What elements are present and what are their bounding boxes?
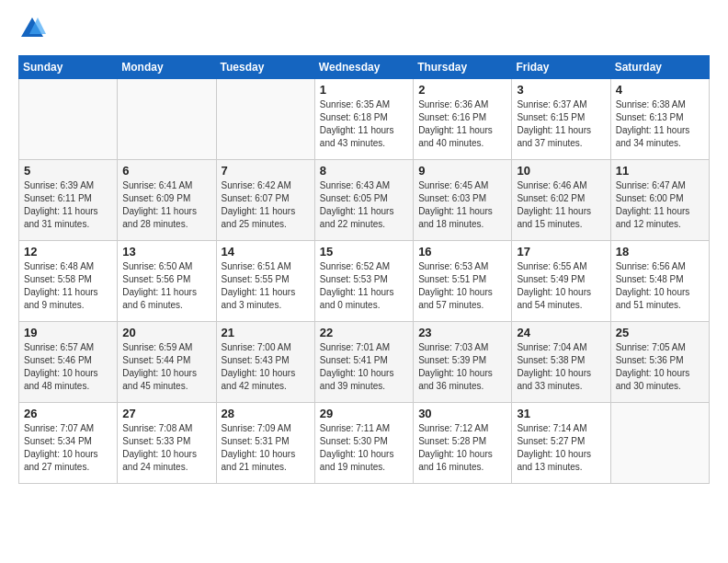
day-info: Sunrise: 6:52 AM Sunset: 5:53 PM Dayligh… bbox=[320, 260, 408, 312]
calendar-week-5: 26Sunrise: 7:07 AM Sunset: 5:34 PM Dayli… bbox=[19, 403, 710, 484]
logo bbox=[18, 15, 50, 42]
day-info: Sunrise: 7:07 AM Sunset: 5:34 PM Dayligh… bbox=[24, 422, 112, 474]
day-info: Sunrise: 7:03 AM Sunset: 5:39 PM Dayligh… bbox=[418, 341, 506, 393]
calendar-header: SundayMondayTuesdayWednesdayThursdayFrid… bbox=[19, 56, 710, 79]
day-number: 28 bbox=[222, 407, 310, 420]
day-info: Sunrise: 7:11 AM Sunset: 5:30 PM Dayligh… bbox=[320, 422, 408, 474]
calendar-cell: 28Sunrise: 7:09 AM Sunset: 5:31 PM Dayli… bbox=[216, 403, 314, 484]
calendar-cell: 25Sunrise: 7:05 AM Sunset: 5:36 PM Dayli… bbox=[610, 322, 709, 403]
calendar-cell: 13Sunrise: 6:50 AM Sunset: 5:56 PM Dayli… bbox=[118, 241, 216, 322]
day-info: Sunrise: 6:45 AM Sunset: 6:03 PM Dayligh… bbox=[418, 179, 506, 231]
day-info: Sunrise: 6:56 AM Sunset: 5:48 PM Dayligh… bbox=[616, 260, 704, 312]
calendar-cell: 15Sunrise: 6:52 AM Sunset: 5:53 PM Dayli… bbox=[314, 241, 413, 322]
calendar-cell: 16Sunrise: 6:53 AM Sunset: 5:51 PM Dayli… bbox=[414, 241, 512, 322]
calendar-cell: 5Sunrise: 6:39 AM Sunset: 6:11 PM Daylig… bbox=[19, 160, 118, 241]
day-number: 15 bbox=[320, 245, 408, 259]
calendar-cell: 30Sunrise: 7:12 AM Sunset: 5:28 PM Dayli… bbox=[414, 403, 512, 484]
day-number: 27 bbox=[122, 407, 210, 420]
day-info: Sunrise: 6:41 AM Sunset: 6:09 PM Dayligh… bbox=[122, 179, 210, 231]
calendar-cell: 12Sunrise: 6:48 AM Sunset: 5:58 PM Dayli… bbox=[19, 241, 118, 322]
calendar-cell: 31Sunrise: 7:14 AM Sunset: 5:27 PM Dayli… bbox=[512, 403, 610, 484]
day-number: 30 bbox=[418, 407, 506, 420]
day-info: Sunrise: 6:46 AM Sunset: 6:02 PM Dayligh… bbox=[517, 179, 605, 231]
weekday-header-friday: Friday bbox=[512, 56, 610, 79]
calendar-cell bbox=[610, 403, 709, 484]
calendar-cell bbox=[216, 79, 314, 160]
day-number: 14 bbox=[222, 245, 310, 259]
calendar-cell: 26Sunrise: 7:07 AM Sunset: 5:34 PM Dayli… bbox=[19, 403, 118, 484]
calendar-cell: 1Sunrise: 6:35 AM Sunset: 6:18 PM Daylig… bbox=[314, 79, 413, 160]
calendar-cell: 9Sunrise: 6:45 AM Sunset: 6:03 PM Daylig… bbox=[414, 160, 512, 241]
day-number: 20 bbox=[122, 326, 210, 339]
day-info: Sunrise: 6:43 AM Sunset: 6:05 PM Dayligh… bbox=[320, 179, 408, 231]
day-info: Sunrise: 6:55 AM Sunset: 5:49 PM Dayligh… bbox=[517, 260, 605, 312]
day-number: 12 bbox=[24, 245, 112, 259]
day-number: 9 bbox=[418, 164, 506, 178]
day-info: Sunrise: 6:59 AM Sunset: 5:44 PM Dayligh… bbox=[122, 341, 210, 393]
day-info: Sunrise: 6:39 AM Sunset: 6:11 PM Dayligh… bbox=[24, 179, 112, 231]
day-info: Sunrise: 6:53 AM Sunset: 5:51 PM Dayligh… bbox=[418, 260, 506, 312]
day-info: Sunrise: 7:04 AM Sunset: 5:38 PM Dayligh… bbox=[517, 341, 605, 393]
day-number: 13 bbox=[122, 245, 210, 259]
calendar-cell: 19Sunrise: 6:57 AM Sunset: 5:46 PM Dayli… bbox=[19, 322, 118, 403]
day-info: Sunrise: 6:47 AM Sunset: 6:00 PM Dayligh… bbox=[616, 179, 704, 231]
day-info: Sunrise: 6:42 AM Sunset: 6:07 PM Dayligh… bbox=[222, 179, 310, 231]
day-info: Sunrise: 6:35 AM Sunset: 6:18 PM Dayligh… bbox=[320, 98, 408, 150]
calendar-cell: 18Sunrise: 6:56 AM Sunset: 5:48 PM Dayli… bbox=[610, 241, 709, 322]
day-info: Sunrise: 7:05 AM Sunset: 5:36 PM Dayligh… bbox=[616, 341, 704, 393]
calendar-week-2: 5Sunrise: 6:39 AM Sunset: 6:11 PM Daylig… bbox=[19, 160, 710, 241]
day-number: 25 bbox=[616, 326, 704, 339]
day-number: 26 bbox=[24, 407, 112, 420]
day-number: 22 bbox=[320, 326, 408, 339]
weekday-header-row: SundayMondayTuesdayWednesdayThursdayFrid… bbox=[19, 56, 710, 79]
header bbox=[18, 15, 710, 42]
day-number: 18 bbox=[616, 245, 704, 259]
weekday-header-saturday: Saturday bbox=[610, 56, 709, 79]
day-info: Sunrise: 7:00 AM Sunset: 5:43 PM Dayligh… bbox=[222, 341, 310, 393]
calendar-cell: 17Sunrise: 6:55 AM Sunset: 5:49 PM Dayli… bbox=[512, 241, 610, 322]
calendar-cell: 4Sunrise: 6:38 AM Sunset: 6:13 PM Daylig… bbox=[610, 79, 709, 160]
calendar-cell: 29Sunrise: 7:11 AM Sunset: 5:30 PM Dayli… bbox=[314, 403, 413, 484]
day-info: Sunrise: 6:48 AM Sunset: 5:58 PM Dayligh… bbox=[24, 260, 112, 312]
weekday-header-monday: Monday bbox=[118, 56, 216, 79]
day-number: 11 bbox=[616, 164, 704, 178]
day-info: Sunrise: 6:50 AM Sunset: 5:56 PM Dayligh… bbox=[122, 260, 210, 312]
day-number: 31 bbox=[517, 407, 605, 420]
calendar-table: SundayMondayTuesdayWednesdayThursdayFrid… bbox=[18, 55, 710, 484]
calendar-cell bbox=[118, 79, 216, 160]
day-number: 10 bbox=[517, 164, 605, 178]
day-number: 8 bbox=[320, 164, 408, 178]
calendar-cell: 22Sunrise: 7:01 AM Sunset: 5:41 PM Dayli… bbox=[314, 322, 413, 403]
calendar-body: 1Sunrise: 6:35 AM Sunset: 6:18 PM Daylig… bbox=[19, 79, 710, 484]
day-number: 21 bbox=[222, 326, 310, 339]
day-info: Sunrise: 6:51 AM Sunset: 5:55 PM Dayligh… bbox=[222, 260, 310, 312]
calendar-cell: 8Sunrise: 6:43 AM Sunset: 6:05 PM Daylig… bbox=[314, 160, 413, 241]
day-number: 3 bbox=[517, 83, 605, 97]
weekday-header-tuesday: Tuesday bbox=[216, 56, 314, 79]
weekday-header-wednesday: Wednesday bbox=[314, 56, 413, 79]
logo-icon bbox=[18, 15, 46, 42]
day-info: Sunrise: 7:14 AM Sunset: 5:27 PM Dayligh… bbox=[517, 422, 605, 474]
calendar-cell: 27Sunrise: 7:08 AM Sunset: 5:33 PM Dayli… bbox=[118, 403, 216, 484]
calendar-week-4: 19Sunrise: 6:57 AM Sunset: 5:46 PM Dayli… bbox=[19, 322, 710, 403]
calendar-cell: 23Sunrise: 7:03 AM Sunset: 5:39 PM Dayli… bbox=[414, 322, 512, 403]
day-info: Sunrise: 7:01 AM Sunset: 5:41 PM Dayligh… bbox=[320, 341, 408, 393]
day-number: 17 bbox=[517, 245, 605, 259]
day-number: 7 bbox=[222, 164, 310, 178]
day-number: 5 bbox=[24, 164, 112, 178]
calendar-cell: 21Sunrise: 7:00 AM Sunset: 5:43 PM Dayli… bbox=[216, 322, 314, 403]
calendar-week-3: 12Sunrise: 6:48 AM Sunset: 5:58 PM Dayli… bbox=[19, 241, 710, 322]
calendar-cell: 10Sunrise: 6:46 AM Sunset: 6:02 PM Dayli… bbox=[512, 160, 610, 241]
day-number: 2 bbox=[418, 83, 506, 97]
day-info: Sunrise: 7:12 AM Sunset: 5:28 PM Dayligh… bbox=[418, 422, 506, 474]
day-number: 24 bbox=[517, 326, 605, 339]
day-info: Sunrise: 6:37 AM Sunset: 6:15 PM Dayligh… bbox=[517, 98, 605, 150]
calendar-week-1: 1Sunrise: 6:35 AM Sunset: 6:18 PM Daylig… bbox=[19, 79, 710, 160]
day-info: Sunrise: 6:38 AM Sunset: 6:13 PM Dayligh… bbox=[616, 98, 704, 150]
calendar-cell: 3Sunrise: 6:37 AM Sunset: 6:15 PM Daylig… bbox=[512, 79, 610, 160]
calendar-cell: 20Sunrise: 6:59 AM Sunset: 5:44 PM Dayli… bbox=[118, 322, 216, 403]
day-info: Sunrise: 6:36 AM Sunset: 6:16 PM Dayligh… bbox=[418, 98, 506, 150]
calendar-cell: 24Sunrise: 7:04 AM Sunset: 5:38 PM Dayli… bbox=[512, 322, 610, 403]
calendar-cell: 7Sunrise: 6:42 AM Sunset: 6:07 PM Daylig… bbox=[216, 160, 314, 241]
day-number: 1 bbox=[320, 83, 408, 97]
